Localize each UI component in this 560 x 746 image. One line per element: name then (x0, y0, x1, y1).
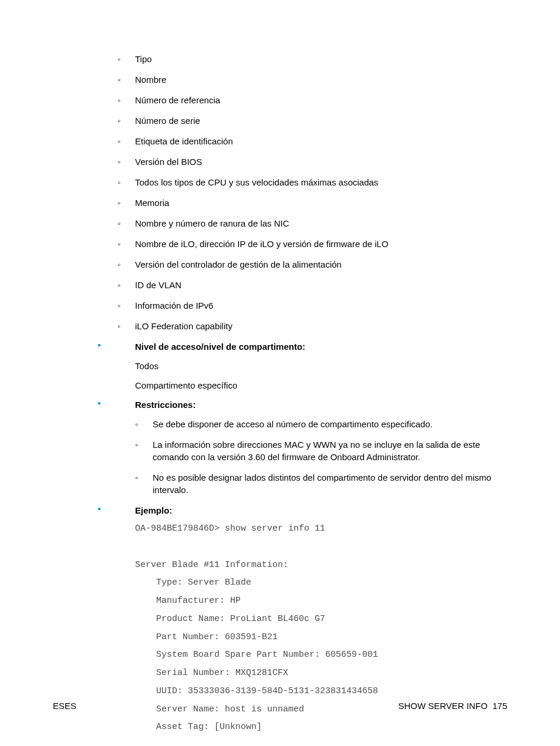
section-access-level: Nivel de acceso/nivel de compartimento: … (97, 340, 507, 391)
list-item: Información de IPv6 (117, 299, 507, 312)
list-item: Número de referencia (117, 94, 507, 106)
list-item-text: Todos los tipos de CPU y sus velocidades… (135, 177, 378, 187)
list-item-text: Tipo (135, 54, 152, 64)
section-heading: Nivel de acceso/nivel de compartimento: (135, 342, 305, 352)
list-item: Memoria (117, 197, 507, 209)
restrictions-list: Se debe disponer de acceso al número de … (135, 418, 507, 496)
list-item-text: Versión del controlador de gestión de la… (135, 259, 342, 269)
list-item-text: Nombre y número de ranura de las NIC (135, 218, 289, 228)
footer-section-label: SHOW SERVER INFO (398, 701, 487, 711)
list-item-text: ID de VLAN (135, 280, 181, 290)
list-item: Versión del BIOS (117, 156, 507, 168)
list-item: Versión del controlador de gestión de la… (117, 258, 507, 271)
list-item: No es posible designar lados distintos d… (135, 471, 507, 496)
footer-right: SHOW SERVER INFO 175 (398, 701, 507, 711)
list-item-text: Versión del BIOS (135, 157, 202, 167)
list-item: Se debe disponer de acceso al número de … (135, 418, 507, 430)
list-item-text: Memoria (135, 198, 169, 208)
list-item: Todos los tipos de CPU y sus velocidades… (117, 176, 507, 188)
section-restrictions: Restricciones: Se debe disponer de acces… (97, 399, 507, 496)
list-item-text: No es posible designar lados distintos d… (153, 472, 491, 495)
list-item-text: Se debe disponer de acceso al número de … (153, 419, 433, 429)
list-item: Etiqueta de identificación (117, 135, 507, 147)
list-item-text: Número de referencia (135, 95, 220, 105)
list-item: Nombre de iLO, dirección IP de iLO y ver… (117, 238, 507, 250)
list-item-text: Información de IPv6 (135, 301, 213, 310)
text-line: Compartimento específico (135, 379, 507, 391)
section-heading: Restricciones: (135, 400, 195, 410)
list-item: Nombre (117, 73, 507, 86)
list-item: ID de VLAN (117, 279, 507, 291)
list-item: Nombre y número de ranura de las NIC (117, 217, 507, 229)
list-item: La información sobre direcciones MAC y W… (135, 438, 507, 463)
list-item-text: Nombre de iLO, dirección IP de iLO y ver… (135, 239, 389, 249)
list-item-text: Nombre (135, 75, 166, 85)
list-item-text: Número de serie (135, 116, 200, 126)
list-item-text: La información sobre direcciones MAC y W… (153, 440, 480, 462)
list-item: Tipo (117, 53, 507, 65)
list-item: Número de serie (117, 114, 507, 127)
page-footer: ESES SHOW SERVER INFO 175 (53, 701, 507, 711)
page-number: 175 (492, 701, 507, 711)
list-item-text: Etiqueta de identificación (135, 136, 233, 146)
section-body: Todos Compartimento específico (135, 360, 507, 391)
section-heading: Ejemplo: (135, 505, 172, 515)
list-item-text: iLO Federation capability (135, 321, 232, 331)
content-body: Tipo Nombre Número de referencia Número … (53, 53, 507, 737)
info-fields-list: Tipo Nombre Número de referencia Número … (53, 53, 507, 332)
footer-left: ESES (53, 701, 76, 711)
main-sections-list: Nivel de acceso/nivel de compartimento: … (53, 340, 507, 737)
page: Tipo Nombre Número de referencia Número … (0, 0, 560, 746)
list-item: iLO Federation capability (117, 320, 507, 332)
text-line: Todos (135, 360, 507, 372)
